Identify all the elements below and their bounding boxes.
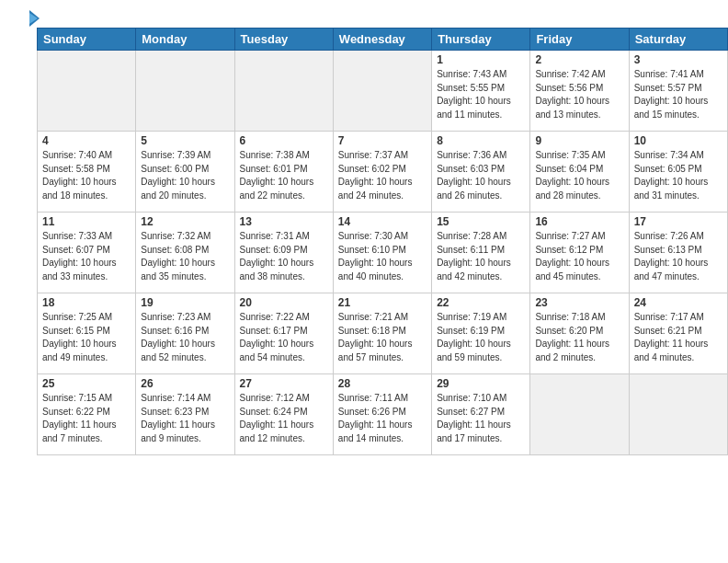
- day-number: 1: [437, 53, 525, 66]
- day-info: Sunrise: 7:25 AM Sunset: 6:15 PM Dayligh…: [42, 311, 131, 364]
- day-info: Sunrise: 7:28 AM Sunset: 6:11 PM Dayligh…: [437, 230, 525, 283]
- day-number: 25: [42, 377, 131, 390]
- day-cell-5: 5Sunrise: 7:39 AM Sunset: 6:00 PM Daylig…: [136, 132, 234, 213]
- day-cell-28: 28Sunrise: 7:11 AM Sunset: 6:26 PM Dayli…: [333, 374, 431, 455]
- day-cell-18: 18Sunrise: 7:25 AM Sunset: 6:15 PM Dayli…: [38, 293, 136, 374]
- day-number: 2: [535, 53, 623, 66]
- day-cell-3: 3Sunrise: 7:41 AM Sunset: 5:57 PM Daylig…: [629, 51, 727, 132]
- day-info: Sunrise: 7:15 AM Sunset: 6:22 PM Dayligh…: [42, 392, 131, 445]
- day-number: 8: [437, 134, 525, 147]
- day-info: Sunrise: 7:34 AM Sunset: 6:05 PM Dayligh…: [634, 149, 722, 202]
- day-number: 23: [535, 296, 623, 309]
- day-info: Sunrise: 7:17 AM Sunset: 6:21 PM Dayligh…: [634, 311, 722, 364]
- day-info: Sunrise: 7:31 AM Sunset: 6:09 PM Dayligh…: [240, 230, 328, 283]
- day-header-friday: Friday: [530, 29, 629, 51]
- day-info: Sunrise: 7:33 AM Sunset: 6:07 PM Dayligh…: [42, 230, 131, 283]
- day-number: 13: [240, 215, 328, 228]
- day-cell-8: 8Sunrise: 7:36 AM Sunset: 6:03 PM Daylig…: [432, 132, 530, 213]
- day-info: Sunrise: 7:41 AM Sunset: 5:57 PM Dayligh…: [634, 68, 722, 121]
- day-number: 4: [42, 134, 131, 147]
- day-number: 5: [141, 134, 229, 147]
- day-cell-27: 27Sunrise: 7:12 AM Sunset: 6:24 PM Dayli…: [234, 374, 333, 455]
- logo-flag-icon: [19, 9, 40, 28]
- day-number: 20: [240, 296, 328, 309]
- day-cell-4: 4Sunrise: 7:40 AM Sunset: 5:58 PM Daylig…: [38, 132, 136, 213]
- day-number: 16: [535, 215, 623, 228]
- day-number: 11: [42, 215, 131, 228]
- day-info: Sunrise: 7:43 AM Sunset: 5:55 PM Dayligh…: [437, 68, 525, 121]
- day-info: Sunrise: 7:19 AM Sunset: 6:19 PM Dayligh…: [437, 311, 525, 364]
- day-number: 14: [338, 215, 427, 228]
- day-cell-2: 2Sunrise: 7:42 AM Sunset: 5:56 PM Daylig…: [530, 51, 629, 132]
- day-number: 9: [535, 134, 623, 147]
- day-number: 10: [634, 134, 722, 147]
- day-cell-22: 22Sunrise: 7:19 AM Sunset: 6:19 PM Dayli…: [432, 293, 530, 374]
- day-info: Sunrise: 7:18 AM Sunset: 6:20 PM Dayligh…: [535, 311, 623, 364]
- day-cell-12: 12Sunrise: 7:32 AM Sunset: 6:08 PM Dayli…: [136, 213, 234, 293]
- day-header-wednesday: Wednesday: [333, 29, 431, 51]
- day-number: 6: [240, 134, 328, 147]
- day-number: 18: [42, 296, 131, 309]
- day-cell-25: 25Sunrise: 7:15 AM Sunset: 6:22 PM Dayli…: [38, 374, 136, 455]
- day-info: Sunrise: 7:36 AM Sunset: 6:03 PM Dayligh…: [437, 149, 525, 202]
- day-header-sunday: Sunday: [38, 29, 136, 51]
- day-info: Sunrise: 7:27 AM Sunset: 6:12 PM Dayligh…: [535, 230, 623, 283]
- calendar-table: SundayMondayTuesdayWednesdayThursdayFrid…: [37, 28, 728, 455]
- day-info: Sunrise: 7:35 AM Sunset: 6:04 PM Dayligh…: [535, 149, 623, 202]
- day-cell-6: 6Sunrise: 7:38 AM Sunset: 6:01 PM Daylig…: [234, 132, 333, 213]
- day-cell-10: 10Sunrise: 7:34 AM Sunset: 6:05 PM Dayli…: [629, 132, 727, 213]
- day-cell-16: 16Sunrise: 7:27 AM Sunset: 6:12 PM Dayli…: [530, 213, 629, 293]
- day-number: 29: [437, 377, 525, 390]
- day-cell-19: 19Sunrise: 7:23 AM Sunset: 6:16 PM Dayli…: [136, 293, 234, 374]
- day-header-monday: Monday: [136, 29, 234, 51]
- day-number: 21: [338, 296, 427, 309]
- day-cell-15: 15Sunrise: 7:28 AM Sunset: 6:11 PM Dayli…: [432, 213, 530, 293]
- day-header-thursday: Thursday: [432, 29, 530, 51]
- day-cell-21: 21Sunrise: 7:21 AM Sunset: 6:18 PM Dayli…: [333, 293, 431, 374]
- day-info: Sunrise: 7:42 AM Sunset: 5:56 PM Dayligh…: [535, 68, 623, 121]
- day-cell-1: 1Sunrise: 7:43 AM Sunset: 5:55 PM Daylig…: [432, 51, 530, 132]
- day-info: Sunrise: 7:11 AM Sunset: 6:26 PM Dayligh…: [338, 392, 427, 445]
- day-cell-20: 20Sunrise: 7:22 AM Sunset: 6:17 PM Dayli…: [234, 293, 333, 374]
- day-info: Sunrise: 7:23 AM Sunset: 6:16 PM Dayligh…: [141, 311, 229, 364]
- day-info: Sunrise: 7:21 AM Sunset: 6:18 PM Dayligh…: [338, 311, 427, 364]
- day-number: 24: [634, 296, 722, 309]
- empty-cell: [136, 51, 234, 132]
- day-cell-9: 9Sunrise: 7:35 AM Sunset: 6:04 PM Daylig…: [530, 132, 629, 213]
- day-number: 28: [338, 377, 427, 390]
- day-info: Sunrise: 7:12 AM Sunset: 6:24 PM Dayligh…: [240, 392, 328, 445]
- empty-cell: [333, 51, 431, 132]
- week-row-5: 25Sunrise: 7:15 AM Sunset: 6:22 PM Dayli…: [38, 374, 728, 455]
- day-cell-23: 23Sunrise: 7:18 AM Sunset: 6:20 PM Dayli…: [530, 293, 629, 374]
- day-info: Sunrise: 7:37 AM Sunset: 6:02 PM Dayligh…: [338, 149, 427, 202]
- day-info: Sunrise: 7:38 AM Sunset: 6:01 PM Dayligh…: [240, 149, 328, 202]
- day-header-saturday: Saturday: [629, 29, 727, 51]
- calendar-wrapper: SundayMondayTuesdayWednesdayThursdayFrid…: [0, 28, 728, 455]
- day-number: 17: [634, 215, 722, 228]
- empty-cell: [234, 51, 333, 132]
- day-number: 22: [437, 296, 525, 309]
- day-info: Sunrise: 7:10 AM Sunset: 6:27 PM Dayligh…: [437, 392, 525, 445]
- day-header-tuesday: Tuesday: [234, 29, 333, 51]
- day-cell-14: 14Sunrise: 7:30 AM Sunset: 6:10 PM Dayli…: [333, 213, 431, 293]
- day-info: Sunrise: 7:39 AM Sunset: 6:00 PM Dayligh…: [141, 149, 229, 202]
- day-info: Sunrise: 7:32 AM Sunset: 6:08 PM Dayligh…: [141, 230, 229, 283]
- day-cell-17: 17Sunrise: 7:26 AM Sunset: 6:13 PM Dayli…: [629, 213, 727, 293]
- empty-cell: [530, 374, 629, 455]
- day-cell-29: 29Sunrise: 7:10 AM Sunset: 6:27 PM Dayli…: [432, 374, 530, 455]
- logo: [18, 9, 40, 22]
- day-cell-7: 7Sunrise: 7:37 AM Sunset: 6:02 PM Daylig…: [333, 132, 431, 213]
- day-info: Sunrise: 7:40 AM Sunset: 5:58 PM Dayligh…: [42, 149, 131, 202]
- day-cell-26: 26Sunrise: 7:14 AM Sunset: 6:23 PM Dayli…: [136, 374, 234, 455]
- day-cell-13: 13Sunrise: 7:31 AM Sunset: 6:09 PM Dayli…: [234, 213, 333, 293]
- day-number: 3: [634, 53, 722, 66]
- day-cell-11: 11Sunrise: 7:33 AM Sunset: 6:07 PM Dayli…: [38, 213, 136, 293]
- week-row-1: 1Sunrise: 7:43 AM Sunset: 5:55 PM Daylig…: [38, 51, 728, 132]
- day-info: Sunrise: 7:26 AM Sunset: 6:13 PM Dayligh…: [634, 230, 722, 283]
- day-info: Sunrise: 7:30 AM Sunset: 6:10 PM Dayligh…: [338, 230, 427, 283]
- day-number: 19: [141, 296, 229, 309]
- day-info: Sunrise: 7:14 AM Sunset: 6:23 PM Dayligh…: [141, 392, 229, 445]
- day-number: 12: [141, 215, 229, 228]
- day-headers-row: SundayMondayTuesdayWednesdayThursdayFrid…: [38, 29, 728, 51]
- day-info: Sunrise: 7:22 AM Sunset: 6:17 PM Dayligh…: [240, 311, 328, 364]
